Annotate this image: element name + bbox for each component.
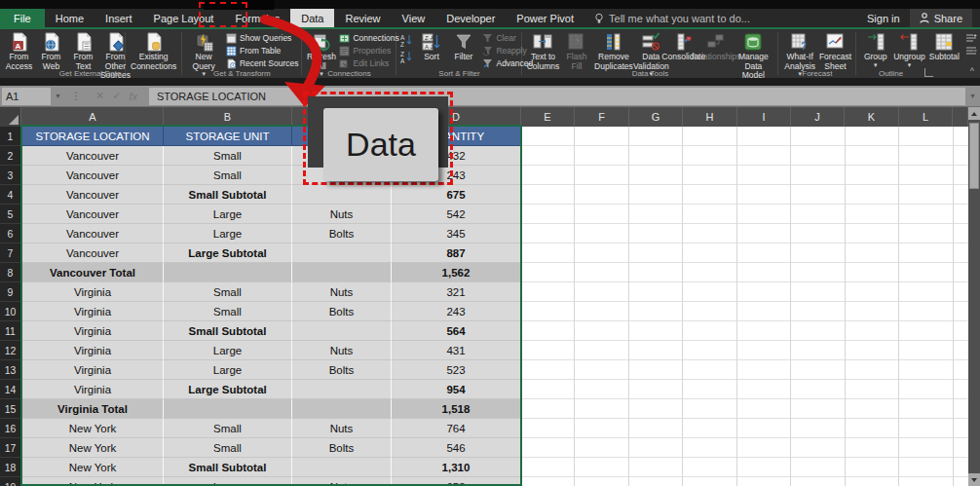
share-button[interactable]: Share — [910, 9, 972, 27]
row-header-18[interactable]: 18 — [0, 458, 21, 477]
cell-B17[interactable]: Small — [164, 438, 292, 458]
row-header-6[interactable]: 6 — [0, 224, 21, 243]
formula-input[interactable]: STORAGE LOCATION — [149, 88, 965, 105]
scroll-down-button[interactable] — [968, 473, 980, 486]
subtotal-button[interactable]: Subtotal — [927, 31, 961, 63]
cell-B6[interactable]: Large — [164, 224, 292, 243]
cancel-icon[interactable]: ✕ — [95, 90, 104, 102]
from-web-button[interactable]: From Web — [35, 31, 67, 72]
column-header-B[interactable]: B — [164, 107, 292, 127]
cell-C16[interactable]: Nuts — [292, 419, 392, 438]
row-header-12[interactable]: 12 — [0, 341, 21, 360]
tab-insert[interactable]: Insert — [94, 9, 143, 27]
scrollbar-thumb[interactable] — [969, 123, 979, 189]
cell-A15[interactable]: Virginia Total — [22, 399, 164, 419]
cell-C15[interactable] — [292, 399, 392, 419]
cell-A13[interactable]: Virginia — [22, 360, 164, 380]
name-box[interactable]: A1 — [2, 88, 51, 105]
cell-B1[interactable]: STORAGE UNIT — [164, 127, 292, 146]
sort-button[interactable]: Z·AA·Z Sort — [415, 31, 447, 63]
cell-D10[interactable]: 243 — [392, 302, 521, 321]
cell-A6[interactable]: Vancouver — [22, 224, 164, 243]
row-header-5[interactable]: 5 — [0, 205, 21, 224]
cell-C14[interactable] — [292, 380, 392, 399]
cell-A19[interactable]: New York — [22, 477, 164, 486]
ungroup-button[interactable]: Ungroup▼ — [891, 31, 927, 69]
cell-B9[interactable]: Small — [164, 282, 292, 302]
select-all-corner[interactable] — [0, 107, 21, 127]
row-header-7[interactable]: 7 — [0, 243, 21, 263]
cell-A18[interactable]: New York — [22, 458, 164, 477]
enter-icon[interactable]: ✓ — [112, 90, 121, 102]
row-header-4[interactable]: 4 — [0, 185, 21, 205]
cell-D7[interactable]: 887 — [392, 243, 521, 263]
cell-A1[interactable]: STORAGE LOCATION — [22, 127, 164, 146]
cell-B14[interactable]: Large Subtotal — [164, 380, 292, 399]
hide-detail-button[interactable] — [965, 45, 977, 56]
cell-C7[interactable] — [292, 243, 392, 263]
cell-D17[interactable]: 546 — [392, 438, 521, 458]
row-header-15[interactable]: 15 — [0, 399, 21, 419]
cell-B15[interactable] — [164, 399, 292, 419]
column-header-H[interactable]: H — [683, 107, 737, 127]
cell-C10[interactable]: Bolts — [292, 302, 392, 321]
cell-A9[interactable]: Virginia — [22, 282, 164, 302]
group-button[interactable]: Group▼ — [859, 31, 891, 69]
cell-D13[interactable]: 523 — [392, 360, 521, 380]
tab-power-pivot[interactable]: Power Pivot — [506, 9, 584, 27]
column-header-A[interactable]: A — [22, 107, 164, 127]
cell-D16[interactable]: 764 — [392, 419, 521, 438]
tab-view[interactable]: View — [392, 9, 436, 27]
cell-D6[interactable]: 345 — [392, 224, 521, 243]
cell-D15[interactable]: 1,518 — [392, 399, 521, 419]
recent-sources-button[interactable]: Recent Sources — [226, 57, 298, 69]
cell-D8[interactable]: 1,562 — [392, 263, 521, 282]
edit-links-button[interactable]: Edit Links — [339, 57, 398, 69]
cell-A14[interactable]: Virginia — [22, 380, 164, 399]
cell-D18[interactable]: 1,310 — [392, 458, 521, 477]
cell-C13[interactable]: Bolts — [292, 360, 392, 380]
cell-D12[interactable]: 431 — [392, 341, 521, 360]
cell-C8[interactable] — [292, 263, 392, 282]
flash-fill-button[interactable]: Flash Fill — [561, 31, 593, 72]
from-text-button[interactable]: From Text — [67, 31, 99, 72]
cell-A4[interactable]: Vancouver — [22, 185, 164, 205]
cell-B13[interactable]: Large — [164, 360, 292, 380]
sort-ascending-button[interactable]: AZ — [399, 32, 413, 48]
cell-D11[interactable]: 564 — [392, 321, 521, 341]
insert-function-icon[interactable]: fx — [129, 91, 137, 102]
tell-me-box[interactable]: Tell me what you want to do... — [594, 9, 867, 27]
cell-D14[interactable]: 954 — [392, 380, 521, 399]
column-header-partial[interactable] — [953, 107, 968, 127]
column-header-J[interactable]: J — [791, 107, 845, 127]
row-header-13[interactable]: 13 — [0, 360, 21, 380]
row-header-3[interactable]: 3 — [0, 166, 21, 185]
show-queries-button[interactable]: Show Queries — [226, 32, 298, 44]
cell-C11[interactable] — [292, 321, 392, 341]
cell-B10[interactable]: Small — [164, 302, 292, 321]
cell-B2[interactable]: Small — [164, 146, 292, 166]
cell-C6[interactable]: Bolts — [292, 224, 392, 243]
column-header-L[interactable]: L — [899, 107, 953, 127]
cell-C19[interactable]: Nuts — [292, 477, 392, 486]
row-header-16[interactable]: 16 — [0, 419, 21, 438]
column-header-E[interactable]: E — [521, 107, 575, 127]
cell-A10[interactable]: Virginia — [22, 302, 164, 321]
from-table-button[interactable]: From Table — [226, 45, 298, 56]
text-to-columns-button[interactable]: Text to Columns — [525, 31, 560, 72]
cell-A12[interactable]: Virginia — [22, 341, 164, 360]
row-header-17[interactable]: 17 — [0, 438, 21, 458]
cell-D4[interactable]: 675 — [392, 185, 521, 205]
cell-D19[interactable]: 653 — [392, 477, 521, 486]
cell-A5[interactable]: Vancouver — [22, 205, 164, 224]
column-header-G[interactable]: G — [629, 107, 683, 127]
row-header-9[interactable]: 9 — [0, 282, 21, 302]
column-header-F[interactable]: F — [575, 107, 629, 127]
vertical-scrollbar[interactable] — [968, 107, 980, 486]
cell-C5[interactable]: Nuts — [292, 205, 392, 224]
name-box-caret-icon[interactable]: ▼ — [51, 93, 65, 99]
column-header-K[interactable]: K — [845, 107, 899, 127]
cell-B12[interactable]: Large — [164, 341, 292, 360]
dialog-launcher-icon[interactable] — [924, 68, 933, 77]
scroll-up-button[interactable] — [968, 107, 980, 120]
